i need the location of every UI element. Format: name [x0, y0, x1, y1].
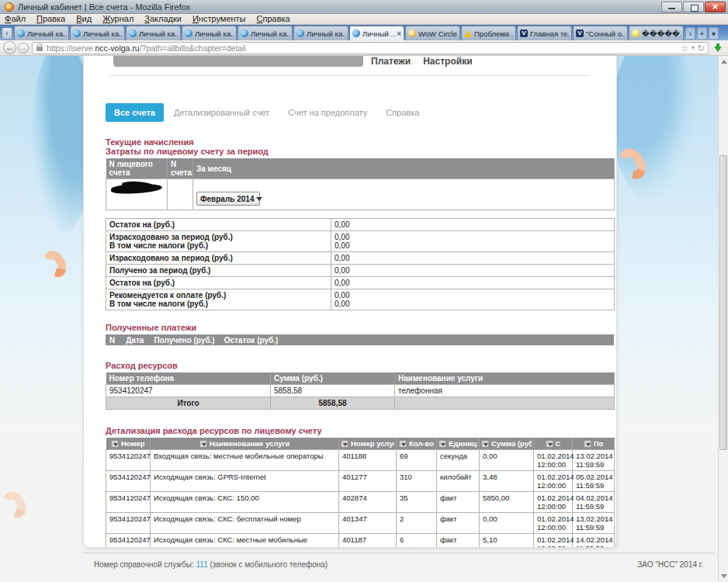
list-all-tabs-icon[interactable]: ▾	[709, 27, 719, 40]
bookmark-star-icon[interactable]: ☆	[681, 43, 688, 54]
usage-table: Номер телефона Сумма (руб.) Наименование…	[106, 372, 615, 410]
vbulletin-favicon	[520, 29, 528, 37]
tab-prepay-bill[interactable]: Счет на предоплату	[279, 103, 376, 122]
decor-orange-swirl-bottom	[0, 487, 30, 521]
redacted-account-header	[113, 56, 363, 67]
col-units: Единицы	[437, 438, 480, 450]
window-titlebar: Личный кабинет | Все счета - Mozilla Fir…	[0, 0, 728, 14]
divider	[109, 75, 589, 76]
download-indicator-icon[interactable]	[712, 41, 725, 54]
browser-tab[interactable]: Личный ка...	[237, 26, 293, 40]
section-title-detail: Детализация расхода ресурсов по лицевому…	[106, 426, 612, 435]
col-n: N	[109, 336, 115, 345]
support-phone-link[interactable]: 111	[196, 560, 208, 569]
wow-favicon	[408, 29, 416, 37]
footer-copyright: ЗАО "НСС" 2014 г.	[637, 560, 703, 569]
scrollbar-down-icon[interactable]	[721, 574, 727, 578]
sort-icon[interactable]	[584, 440, 591, 448]
browser-tab[interactable]: Личный ка...	[182, 26, 237, 40]
content-card: Платежи Настройки Все счета Детализирова…	[83, 56, 617, 548]
col-number: Номер	[106, 438, 151, 450]
browser-tab[interactable]: Личный ка...	[14, 26, 69, 40]
month-cell: Февраль 2014	[193, 179, 615, 210]
tab-help[interactable]: Справка	[377, 103, 428, 122]
scrollbar-up-icon[interactable]	[721, 60, 727, 64]
tab-all-bills[interactable]: Все счета	[106, 103, 164, 122]
decor-blue-petal-right	[612, 56, 697, 203]
table-row: 9534120247Исходящая связь: GPRS-Internet…	[106, 471, 615, 492]
minimize-button[interactable]	[661, 2, 682, 12]
menu-file[interactable]: Файл	[5, 14, 26, 24]
col-received: Получено (руб.)	[154, 336, 214, 345]
section-title-payments: Полученные платежи	[106, 323, 612, 332]
navigation-toolbar: ← → https://iserve.ncc-volga.ru/?path=al…	[0, 40, 728, 56]
nav-link-payments[interactable]: Платежи	[371, 56, 411, 67]
balance-table: Остаток на (руб.)0,00 Израсходовано за п…	[106, 218, 615, 310]
url-dropdown-icon[interactable]: ▾	[692, 43, 695, 54]
table-row: 9534120247Исходящая связь: СКС: бесплатн…	[106, 513, 615, 534]
browser-tab[interactable]: Личный ка...	[70, 26, 125, 40]
browser-tab[interactable]: Главная те...	[517, 26, 572, 40]
scroll-tabs-left-icon[interactable]: ‹	[2, 27, 12, 40]
table-row: 9534120247 5858,58 телефонная	[106, 385, 615, 397]
menu-help[interactable]: Справка	[257, 14, 290, 24]
restore-button[interactable]	[683, 2, 704, 12]
scroll-tabs-right-icon[interactable]: ›	[685, 27, 695, 40]
new-tab-button[interactable]: +	[697, 27, 707, 40]
menu-tools[interactable]: Инструменты	[192, 14, 246, 24]
decor-orange-swirl-left	[40, 247, 71, 281]
page-viewport: Платежи Настройки Все счета Детализирова…	[0, 56, 728, 582]
ncc-favicon	[185, 29, 192, 37]
section-title-usage: Расход ресурсов	[106, 361, 612, 370]
col-sum: Сумма (руб.)	[271, 372, 395, 385]
sort-icon[interactable]	[439, 440, 446, 448]
col-date: Дата	[126, 336, 144, 345]
page-footer: Номер справочной службы: 111 (звонок с м…	[83, 553, 714, 569]
menu-history[interactable]: Журнал	[102, 14, 133, 24]
section-title-current-charges: Текущие начисления	[106, 137, 612, 147]
table-row: 9534120247Исходящая связь: СКС: 150,0040…	[106, 492, 615, 513]
back-button[interactable]: ←	[3, 41, 16, 54]
browser-scrollbar[interactable]	[718, 56, 728, 582]
ncc-favicon	[129, 29, 137, 37]
menu-edit[interactable]: Правка	[36, 14, 65, 24]
nav-link-settings[interactable]: Настройки	[423, 56, 472, 67]
month-select[interactable]: Февраль 2014	[196, 192, 260, 206]
scrollbar-thumb[interactable]	[719, 155, 727, 450]
reload-icon[interactable]: ↻	[698, 43, 705, 54]
sort-icon[interactable]	[546, 440, 553, 448]
col-to: По	[573, 438, 615, 450]
table-row: Остаток на (руб.)0,00	[106, 277, 615, 289]
menu-view[interactable]: Вид	[76, 14, 92, 24]
sort-icon[interactable]	[199, 440, 207, 448]
browser-tab[interactable]: "Сонный о...	[573, 26, 628, 40]
table-row: Рекомендуется к оплате (руб.) В том числ…	[106, 289, 615, 310]
close-tab-icon[interactable]: ×	[397, 29, 401, 38]
sort-icon[interactable]	[399, 440, 407, 448]
url-domain: ncc-volga.ru	[95, 43, 139, 53]
sort-icon[interactable]	[341, 440, 348, 448]
ncc-favicon	[241, 29, 248, 37]
ncc-favicon	[17, 29, 25, 37]
browser-tab[interactable]: �����...	[629, 26, 684, 40]
col-service-number: Номер услуги	[339, 438, 397, 450]
col-sum: Сумма (руб.)	[480, 438, 534, 450]
account-number-redacted	[106, 179, 168, 210]
footer-support-suffix: (звонок с мобильного телефона)	[208, 560, 328, 569]
forward-button[interactable]: →	[18, 43, 29, 54]
close-button[interactable]	[705, 2, 726, 12]
sort-icon[interactable]	[111, 440, 119, 448]
browser-tab[interactable]: Проблема ...	[461, 26, 516, 40]
window-title: Личный кабинет | Все счета - Mozilla Fir…	[18, 2, 190, 12]
menu-bookmarks[interactable]: Закладки	[144, 14, 182, 24]
browser-tab[interactable]: Личный ка...	[293, 26, 348, 40]
sort-icon[interactable]	[481, 440, 489, 448]
browser-tab-active[interactable]: Личный ...×	[349, 26, 404, 40]
table-row: Получено за период (руб.)0,00	[106, 265, 615, 277]
tab-detailed-bill[interactable]: Детализированный счет	[165, 103, 278, 122]
browser-tab[interactable]: WoW Circle...	[405, 26, 460, 40]
firefox-icon	[5, 2, 14, 12]
url-bar[interactable]: https://iserve.ncc-volga.ru/?path=allbil…	[32, 42, 709, 54]
warning-favicon	[464, 29, 472, 37]
browser-tab[interactable]: Личный ка...	[126, 26, 181, 40]
